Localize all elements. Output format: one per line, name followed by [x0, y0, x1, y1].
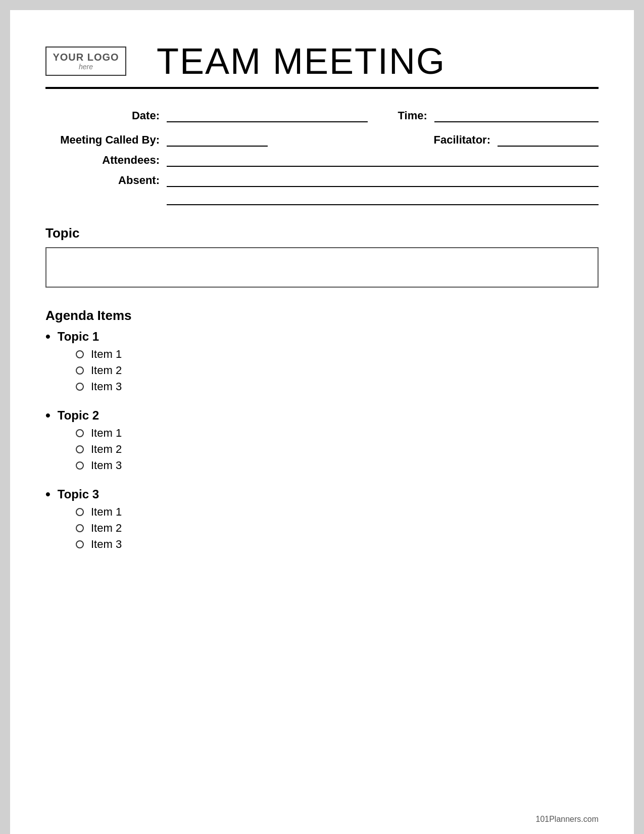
agenda-topic-3: •Topic 3Item 1Item 2Item 3	[45, 487, 599, 551]
bullet-icon-1: •	[45, 330, 51, 344]
sub-item-2-2: Item 2	[76, 443, 599, 456]
sub-item-text: Item 2	[91, 364, 122, 377]
facilitator-label: Facilitator:	[434, 133, 498, 147]
topic-box[interactable]	[45, 247, 599, 288]
header: YOUR LOGO here TEAM MEETING	[45, 40, 599, 82]
absent-lines	[167, 172, 599, 205]
sub-item-3-1: Item 1	[76, 505, 599, 519]
sub-bullet-icon	[76, 350, 84, 358]
sub-bullet-icon	[76, 508, 84, 516]
header-divider	[45, 87, 599, 89]
agenda-heading: Agenda Items	[45, 308, 599, 323]
attendees-label: Attendees:	[45, 152, 167, 167]
topic-label-3: •Topic 3	[45, 487, 599, 501]
date-label: Date:	[45, 109, 167, 122]
sub-item-1-1: Item 1	[76, 348, 599, 361]
sub-bullet-icon	[76, 524, 84, 532]
page: YOUR LOGO here TEAM MEETING Date: Time: …	[10, 10, 634, 834]
sub-item-text: Item 3	[91, 538, 122, 551]
sub-item-3-3: Item 3	[76, 538, 599, 551]
calledby-facilitator-row: Meeting Called By: Facilitator:	[45, 131, 599, 147]
sub-bullet-icon	[76, 429, 84, 437]
agenda-topic-2: •Topic 2Item 1Item 2Item 3	[45, 408, 599, 472]
topic-text-2: Topic 2	[58, 408, 99, 423]
topic-text-1: Topic 1	[58, 330, 99, 344]
sub-bullet-icon	[76, 366, 84, 375]
sub-item-text: Item 3	[91, 459, 122, 472]
sub-item-1-3: Item 3	[76, 380, 599, 393]
sub-bullet-icon	[76, 540, 84, 548]
attendees-lines	[167, 152, 599, 167]
sub-item-text: Item 2	[91, 443, 122, 456]
topic-text-3: Topic 3	[58, 487, 99, 501]
sub-item-text: Item 3	[91, 380, 122, 393]
sub-item-3-2: Item 2	[76, 522, 599, 535]
sub-items-3: Item 1Item 2Item 3	[76, 505, 599, 551]
absent-line-2	[167, 190, 599, 205]
bullet-icon-2: •	[45, 408, 51, 423]
logo-bottom-text: here	[53, 63, 119, 71]
topic-heading: Topic	[45, 225, 599, 241]
sub-items-2: Item 1Item 2Item 3	[76, 427, 599, 472]
sub-item-text: Item 1	[91, 427, 122, 440]
agenda-topic-1: •Topic 1Item 1Item 2Item 3	[45, 330, 599, 393]
absent-line	[167, 172, 599, 187]
time-group: Time:	[398, 109, 599, 122]
sub-bullet-icon	[76, 383, 84, 391]
bullet-icon-3: •	[45, 487, 51, 501]
calledby-lines: Facilitator:	[167, 131, 599, 147]
called-by-label: Meeting Called By:	[45, 131, 167, 147]
time-line	[434, 110, 599, 122]
attendees-row: Attendees:	[45, 152, 599, 167]
date-line	[167, 110, 368, 122]
agenda-list: •Topic 1Item 1Item 2Item 3•Topic 2Item 1…	[45, 330, 599, 551]
topic-section: Topic	[45, 225, 599, 288]
footer-credit: 101Planners.com	[535, 815, 599, 824]
sub-item-text: Item 2	[91, 522, 122, 535]
attendees-line	[167, 152, 599, 167]
absent-label: Absent:	[45, 172, 167, 205]
sub-item-text: Item 1	[91, 505, 122, 519]
sub-item-text: Item 1	[91, 348, 122, 361]
date-time-row: Date: Time:	[45, 109, 599, 122]
logo-box: YOUR LOGO here	[45, 47, 126, 76]
logo-top-text: YOUR LOGO	[53, 52, 119, 63]
topic-label-1: •Topic 1	[45, 330, 599, 344]
sub-item-1-2: Item 2	[76, 364, 599, 377]
topic-label-2: •Topic 2	[45, 408, 599, 423]
time-label: Time:	[398, 109, 434, 122]
absent-row: Absent:	[45, 172, 599, 205]
info-section: Date: Time: Meeting Called By: Facilitat…	[45, 109, 599, 205]
sub-item-2-1: Item 1	[76, 427, 599, 440]
page-title: TEAM MEETING	[157, 40, 445, 82]
sub-item-2-3: Item 3	[76, 459, 599, 472]
sub-bullet-icon	[76, 461, 84, 470]
agenda-section: Agenda Items •Topic 1Item 1Item 2Item 3•…	[45, 308, 599, 551]
sub-bullet-icon	[76, 445, 84, 453]
sub-items-1: Item 1Item 2Item 3	[76, 348, 599, 393]
